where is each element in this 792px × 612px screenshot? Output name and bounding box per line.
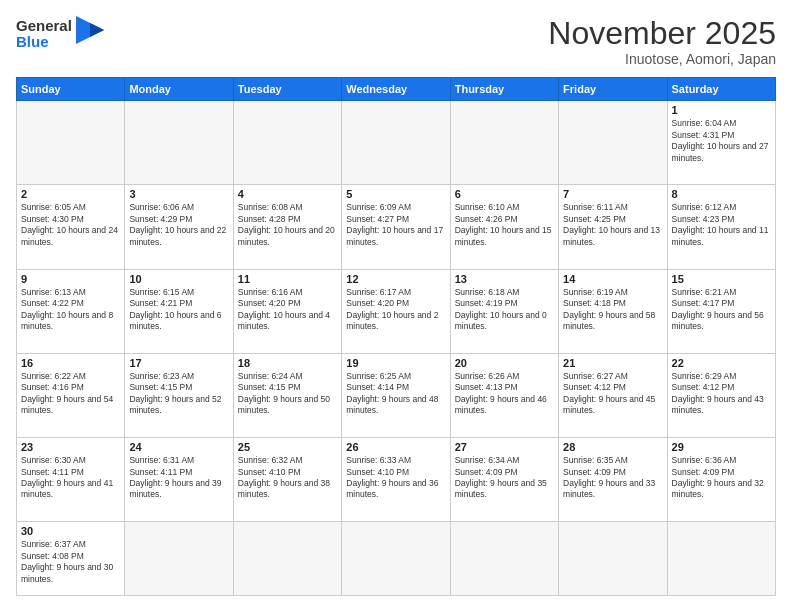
day-info: Sunrise: 6:04 AM Sunset: 4:31 PM Dayligh… <box>672 118 771 164</box>
calendar-week-row: 23 Sunrise: 6:30 AM Sunset: 4:11 PM Dayl… <box>17 438 776 522</box>
day-number: 4 <box>238 188 337 200</box>
day-number: 20 <box>455 357 554 369</box>
day-number: 28 <box>563 441 662 453</box>
table-row: 28 Sunrise: 6:35 AM Sunset: 4:09 PM Dayl… <box>559 438 667 522</box>
sunrise-label: Sunrise: 6:10 AM <box>455 202 520 212</box>
sunrise-label: Sunrise: 6:30 AM <box>21 455 86 465</box>
day-info: Sunrise: 6:25 AM Sunset: 4:14 PM Dayligh… <box>346 371 445 417</box>
table-row: 9 Sunrise: 6:13 AM Sunset: 4:22 PM Dayli… <box>17 269 125 353</box>
sunset-label: Sunset: 4:25 PM <box>563 214 626 224</box>
table-row <box>450 101 558 185</box>
col-saturday: Saturday <box>667 78 775 101</box>
day-number: 5 <box>346 188 445 200</box>
sunset-label: Sunset: 4:10 PM <box>346 467 409 477</box>
day-info: Sunrise: 6:08 AM Sunset: 4:28 PM Dayligh… <box>238 202 337 248</box>
day-info: Sunrise: 6:10 AM Sunset: 4:26 PM Dayligh… <box>455 202 554 248</box>
daylight-label: Daylight: 9 hours and 41 minutes. <box>21 478 113 499</box>
daylight-label: Daylight: 10 hours and 15 minutes. <box>455 225 552 246</box>
day-info: Sunrise: 6:19 AM Sunset: 4:18 PM Dayligh… <box>563 287 662 333</box>
sunset-label: Sunset: 4:10 PM <box>238 467 301 477</box>
daylight-label: Daylight: 10 hours and 6 minutes. <box>129 310 221 331</box>
table-row: 15 Sunrise: 6:21 AM Sunset: 4:17 PM Dayl… <box>667 269 775 353</box>
daylight-label: Daylight: 10 hours and 13 minutes. <box>563 225 660 246</box>
sunrise-label: Sunrise: 6:31 AM <box>129 455 194 465</box>
day-info: Sunrise: 6:35 AM Sunset: 4:09 PM Dayligh… <box>563 455 662 501</box>
daylight-label: Daylight: 9 hours and 38 minutes. <box>238 478 330 499</box>
daylight-label: Daylight: 10 hours and 24 minutes. <box>21 225 118 246</box>
table-row: 25 Sunrise: 6:32 AM Sunset: 4:10 PM Dayl… <box>233 438 341 522</box>
day-info: Sunrise: 6:33 AM Sunset: 4:10 PM Dayligh… <box>346 455 445 501</box>
day-number: 21 <box>563 357 662 369</box>
sunrise-label: Sunrise: 6:19 AM <box>563 287 628 297</box>
day-number: 29 <box>672 441 771 453</box>
daylight-label: Daylight: 9 hours and 35 minutes. <box>455 478 547 499</box>
day-info: Sunrise: 6:29 AM Sunset: 4:12 PM Dayligh… <box>672 371 771 417</box>
logo-triangle-icon <box>76 16 104 52</box>
day-info: Sunrise: 6:13 AM Sunset: 4:22 PM Dayligh… <box>21 287 120 333</box>
table-row: 11 Sunrise: 6:16 AM Sunset: 4:20 PM Dayl… <box>233 269 341 353</box>
sunset-label: Sunset: 4:29 PM <box>129 214 192 224</box>
sunset-label: Sunset: 4:30 PM <box>21 214 84 224</box>
daylight-label: Daylight: 10 hours and 0 minutes. <box>455 310 547 331</box>
day-info: Sunrise: 6:23 AM Sunset: 4:15 PM Dayligh… <box>129 371 228 417</box>
table-row: 20 Sunrise: 6:26 AM Sunset: 4:13 PM Dayl… <box>450 353 558 437</box>
table-row: 22 Sunrise: 6:29 AM Sunset: 4:12 PM Dayl… <box>667 353 775 437</box>
day-number: 26 <box>346 441 445 453</box>
day-number: 27 <box>455 441 554 453</box>
table-row: 16 Sunrise: 6:22 AM Sunset: 4:16 PM Dayl… <box>17 353 125 437</box>
day-info: Sunrise: 6:22 AM Sunset: 4:16 PM Dayligh… <box>21 371 120 417</box>
sunset-label: Sunset: 4:18 PM <box>563 298 626 308</box>
daylight-label: Daylight: 9 hours and 32 minutes. <box>672 478 764 499</box>
day-info: Sunrise: 6:11 AM Sunset: 4:25 PM Dayligh… <box>563 202 662 248</box>
day-number: 30 <box>21 525 120 537</box>
table-row: 30 Sunrise: 6:37 AM Sunset: 4:08 PM Dayl… <box>17 522 125 596</box>
table-row <box>559 101 667 185</box>
calendar-week-row: 2 Sunrise: 6:05 AM Sunset: 4:30 PM Dayli… <box>17 185 776 269</box>
day-number: 6 <box>455 188 554 200</box>
sunrise-label: Sunrise: 6:13 AM <box>21 287 86 297</box>
location: Inuotose, Aomori, Japan <box>548 51 776 67</box>
day-number: 16 <box>21 357 120 369</box>
sunrise-label: Sunrise: 6:12 AM <box>672 202 737 212</box>
month-title: November 2025 <box>548 16 776 51</box>
sunset-label: Sunset: 4:21 PM <box>129 298 192 308</box>
logo: General Blue <box>16 16 104 52</box>
table-row <box>450 522 558 596</box>
title-block: November 2025 Inuotose, Aomori, Japan <box>548 16 776 67</box>
table-row <box>559 522 667 596</box>
day-number: 2 <box>21 188 120 200</box>
sunset-label: Sunset: 4:20 PM <box>238 298 301 308</box>
daylight-label: Daylight: 10 hours and 4 minutes. <box>238 310 330 331</box>
table-row: 7 Sunrise: 6:11 AM Sunset: 4:25 PM Dayli… <box>559 185 667 269</box>
daylight-label: Daylight: 9 hours and 56 minutes. <box>672 310 764 331</box>
table-row: 10 Sunrise: 6:15 AM Sunset: 4:21 PM Dayl… <box>125 269 233 353</box>
day-info: Sunrise: 6:34 AM Sunset: 4:09 PM Dayligh… <box>455 455 554 501</box>
day-info: Sunrise: 6:05 AM Sunset: 4:30 PM Dayligh… <box>21 202 120 248</box>
sunset-label: Sunset: 4:28 PM <box>238 214 301 224</box>
daylight-label: Daylight: 9 hours and 58 minutes. <box>563 310 655 331</box>
daylight-label: Daylight: 10 hours and 2 minutes. <box>346 310 438 331</box>
calendar-week-row: 30 Sunrise: 6:37 AM Sunset: 4:08 PM Dayl… <box>17 522 776 596</box>
col-tuesday: Tuesday <box>233 78 341 101</box>
sunrise-label: Sunrise: 6:09 AM <box>346 202 411 212</box>
day-number: 8 <box>672 188 771 200</box>
day-info: Sunrise: 6:30 AM Sunset: 4:11 PM Dayligh… <box>21 455 120 501</box>
day-number: 18 <box>238 357 337 369</box>
daylight-label: Daylight: 9 hours and 43 minutes. <box>672 394 764 415</box>
table-row: 5 Sunrise: 6:09 AM Sunset: 4:27 PM Dayli… <box>342 185 450 269</box>
day-number: 23 <box>21 441 120 453</box>
sunset-label: Sunset: 4:22 PM <box>21 298 84 308</box>
table-row <box>233 522 341 596</box>
day-info: Sunrise: 6:31 AM Sunset: 4:11 PM Dayligh… <box>129 455 228 501</box>
sunrise-label: Sunrise: 6:34 AM <box>455 455 520 465</box>
daylight-label: Daylight: 9 hours and 36 minutes. <box>346 478 438 499</box>
day-number: 15 <box>672 273 771 285</box>
table-row: 21 Sunrise: 6:27 AM Sunset: 4:12 PM Dayl… <box>559 353 667 437</box>
daylight-label: Daylight: 9 hours and 33 minutes. <box>563 478 655 499</box>
table-row: 19 Sunrise: 6:25 AM Sunset: 4:14 PM Dayl… <box>342 353 450 437</box>
day-number: 19 <box>346 357 445 369</box>
day-info: Sunrise: 6:24 AM Sunset: 4:15 PM Dayligh… <box>238 371 337 417</box>
day-info: Sunrise: 6:21 AM Sunset: 4:17 PM Dayligh… <box>672 287 771 333</box>
day-number: 17 <box>129 357 228 369</box>
sunset-label: Sunset: 4:27 PM <box>346 214 409 224</box>
